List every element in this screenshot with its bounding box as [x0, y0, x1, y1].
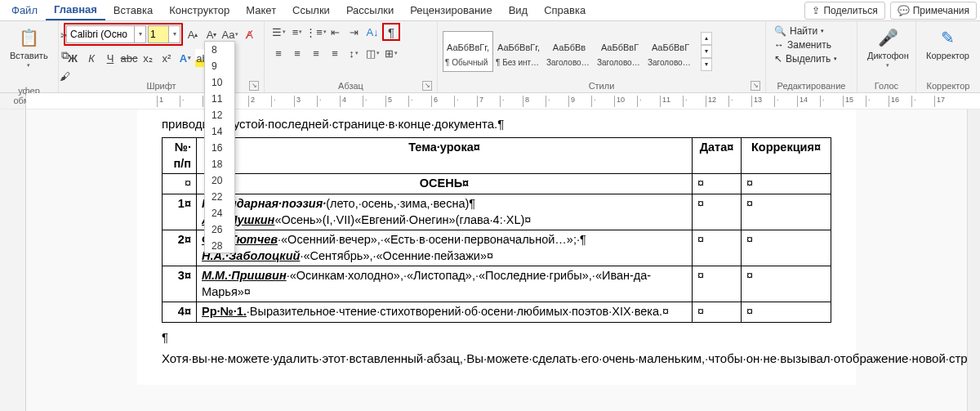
align-left-button[interactable]: ≡ — [270, 44, 287, 62]
align-center-button[interactable]: ≡ — [288, 44, 306, 62]
comments-button[interactable]: 💬Примечания — [890, 2, 977, 20]
size-option[interactable]: 14 — [205, 123, 234, 140]
table-cell[interactable]: ¤ — [693, 230, 742, 266]
table-cell[interactable]: 3¤ — [163, 266, 197, 302]
text-effects-button[interactable]: A — [176, 49, 194, 67]
table-cell[interactable]: ¤ — [693, 302, 742, 323]
style-item[interactable]: АаБбВвГг,¶ Без инте… — [493, 31, 544, 72]
col-header[interactable]: №· п/п — [163, 138, 197, 174]
table-cell[interactable]: ¤ — [693, 174, 742, 194]
size-option[interactable]: 16 — [205, 140, 234, 156]
superscript-button[interactable]: x² — [158, 49, 176, 67]
font-name-combo[interactable]: ▾ — [66, 25, 146, 43]
size-option[interactable]: 26 — [205, 221, 234, 238]
styles-gallery[interactable]: АаБбВвГг,¶ ОбычныйАаБбВвГг,¶ Без инте…Аа… — [443, 31, 696, 72]
table-cell[interactable]: ¤ — [693, 194, 742, 230]
size-option[interactable]: 10 — [205, 74, 234, 91]
size-option[interactable]: 9 — [205, 58, 234, 74]
font-size-dropdown[interactable]: ▾ — [168, 26, 180, 42]
size-option[interactable]: 28 — [205, 238, 234, 253]
tab-mailings[interactable]: Рассылки — [338, 1, 402, 20]
style-item[interactable]: АаБбВвГЗаголово… — [595, 31, 645, 72]
tab-file[interactable]: Файл — [3, 1, 46, 20]
paste-button[interactable]: 📋 Вставить ▾ — [5, 23, 53, 72]
table-cell[interactable]: ¤ — [742, 174, 831, 194]
find-button[interactable]: 🔍Найти▾ — [771, 25, 840, 38]
line-spacing-button[interactable]: ↕ — [345, 44, 363, 62]
table-cell[interactable]: ¤ — [742, 302, 831, 323]
table-cell[interactable]: 2¤ — [163, 230, 197, 266]
style-item[interactable]: АаБбВвГЗаголово… — [645, 31, 696, 72]
font-size-combo[interactable]: ▾ — [148, 25, 180, 43]
underline-button[interactable]: Ч — [101, 49, 119, 67]
vertical-ruler[interactable] — [0, 109, 26, 411]
horizontal-ruler[interactable]: 1·1·2·3·4·5·6·7·8·9·10·11·12·13·14·15·16… — [26, 93, 980, 109]
table-cell[interactable]: ¤ — [742, 230, 831, 266]
table-cell[interactable]: 4¤ — [163, 302, 197, 323]
size-option[interactable]: 20 — [205, 172, 234, 189]
clear-format-button[interactable]: A̸ — [240, 25, 258, 43]
multilevel-button[interactable]: ⋮≡ — [307, 23, 325, 41]
styles-scroll-up[interactable]: ▴ — [701, 32, 712, 45]
borders-button[interactable]: ⊞ — [382, 44, 400, 62]
editor-button[interactable]: ✎ Корректор — [921, 23, 974, 64]
table-cell[interactable]: М.М.·Пришвин·«Осинкам·холодно»,·«Листопа… — [197, 266, 693, 302]
tab-help[interactable]: Справка — [536, 1, 594, 20]
document-area[interactable]: приводит·к·пустой·последней·странице·в·к… — [26, 109, 967, 411]
size-option[interactable]: 18 — [205, 156, 234, 172]
paragraph-dialog-launcher[interactable]: ↘ — [422, 81, 432, 91]
italic-button[interactable]: К — [82, 49, 100, 67]
dictate-button[interactable]: 🎤 Диктофон ▾ — [862, 23, 914, 72]
style-item[interactable]: АаБбВвЗаголово… — [544, 31, 595, 72]
align-right-button[interactable]: ≡ — [307, 44, 325, 62]
font-dialog-launcher[interactable]: ↘ — [249, 81, 259, 91]
table-cell[interactable]: Ф.И.·Тютчев·«Осенний·вечер»,·«Есть·в·осе… — [197, 230, 693, 266]
decrease-indent-button[interactable]: ⇤ — [326, 23, 344, 41]
size-option[interactable]: 24 — [205, 205, 234, 221]
size-option[interactable]: 12 — [205, 107, 234, 123]
font-size-list[interactable]: 8 9 10 11 12 14 16 18 20 22 24 26 28 36 … — [204, 41, 235, 253]
justify-button[interactable]: ≡ — [326, 44, 344, 62]
share-button[interactable]: ⇪Поделиться — [804, 2, 884, 20]
table-cell[interactable]: Календарная·поэзия·(лето,·осень,·зима,·в… — [197, 194, 693, 230]
tab-review[interactable]: Рецензирование — [402, 1, 500, 20]
tab-references[interactable]: Ссылки — [284, 1, 338, 20]
numbering-button[interactable]: ≡ — [288, 23, 306, 41]
body-text[interactable]: приводит·к·пустой·последней·странице·в·к… — [162, 116, 831, 132]
styles-expand[interactable]: ▾ — [701, 58, 712, 71]
replace-button[interactable]: ↔Заменить — [771, 38, 840, 51]
size-option[interactable]: 22 — [205, 189, 234, 205]
font-name-dropdown[interactable]: ▾ — [134, 26, 145, 42]
select-button[interactable]: ↖Выделить▾ — [771, 52, 840, 65]
table-cell[interactable]: 1¤ — [163, 194, 197, 230]
table-cell[interactable]: ОСЕНЬ¤ — [197, 174, 693, 194]
increase-indent-button[interactable]: ⇥ — [345, 23, 363, 41]
size-option[interactable]: 11 — [205, 91, 234, 107]
size-option[interactable]: 8 — [205, 42, 234, 58]
font-name-input[interactable] — [67, 26, 134, 42]
font-size-input[interactable] — [149, 26, 168, 42]
lesson-table[interactable]: №· п/п Тема·урока¤ Дата¤ Коррекция¤ ¤ ОС… — [162, 137, 831, 323]
grow-font-button[interactable]: A▴ — [184, 25, 202, 43]
tab-insert[interactable]: Вставка — [105, 1, 161, 20]
body-text[interactable]: ¶ — [162, 329, 831, 346]
style-item[interactable]: АаБбВвГг,¶ Обычный — [443, 31, 493, 72]
strike-button[interactable]: abc — [120, 49, 138, 67]
vertical-scrollbar[interactable] — [967, 109, 980, 411]
body-text[interactable]: Хотя·вы·не·можете·удалить·этот·вставленн… — [162, 351, 831, 367]
styles-scroll-down[interactable]: ▾ — [701, 45, 712, 58]
table-cell[interactable]: ¤ — [693, 266, 742, 302]
table-cell[interactable]: ¤ — [742, 194, 831, 230]
table-cell[interactable]: Рр·№·1.·Выразительное·чтение·стихотворен… — [197, 302, 693, 323]
col-header[interactable]: Коррекция¤ — [742, 138, 831, 174]
tab-home[interactable]: Главная — [46, 0, 105, 20]
bold-button[interactable]: Ж — [64, 49, 82, 67]
bullets-button[interactable]: ☰ — [270, 23, 287, 41]
sort-button[interactable]: A↓ — [363, 23, 381, 41]
show-marks-button[interactable]: ¶ — [382, 23, 400, 41]
table-cell[interactable]: ¤ — [163, 174, 197, 194]
col-header[interactable]: Дата¤ — [693, 138, 742, 174]
tab-design[interactable]: Конструктор — [161, 1, 238, 20]
tab-layout[interactable]: Макет — [238, 1, 284, 20]
table-cell[interactable]: ¤ — [742, 266, 831, 302]
